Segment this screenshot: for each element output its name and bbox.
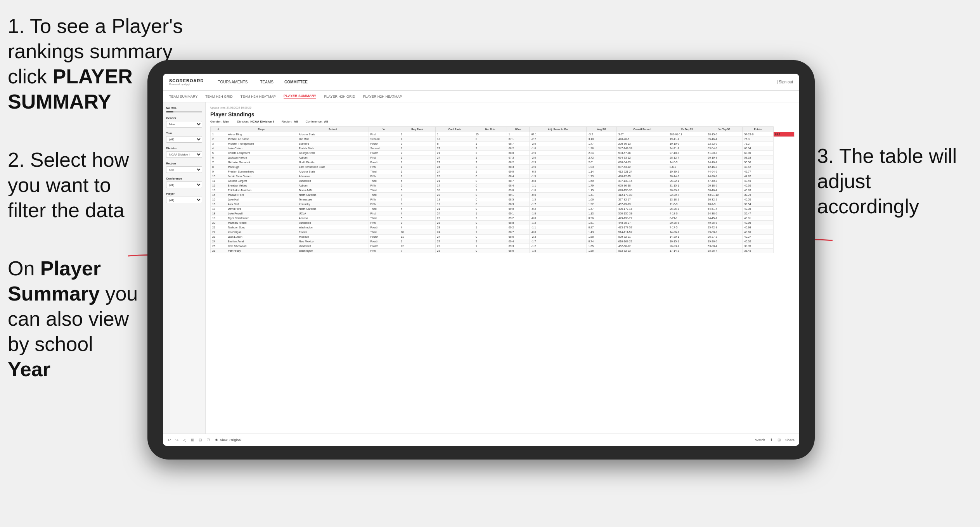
table-cell: 26-23-1: [668, 244, 706, 249]
table-cell: 412-179-38: [616, 193, 668, 197]
table-cell: Luke Claton: [226, 146, 297, 151]
table-cell: 27: [435, 146, 474, 151]
table-cell: 60.89: [743, 151, 773, 156]
division-select[interactable]: NCAA Division I: [166, 151, 202, 158]
copy-icon[interactable]: ⊞: [191, 438, 194, 442]
gender-select[interactable]: Men: [166, 121, 202, 128]
table-cell: 69.0: [507, 188, 530, 193]
table-cell: 467-29-23: [616, 202, 668, 207]
table-cell: -1.8: [530, 249, 587, 253]
clock-icon[interactable]: ⏱: [206, 438, 210, 442]
table-cell: 50-18-6: [706, 183, 743, 188]
table-row: 12Brendan ValdesAuburnFifth517068.4-1.11…: [211, 183, 795, 188]
table-cell: 18: [211, 211, 226, 216]
table-cell: 63-54-6: [706, 146, 743, 151]
table-cell: 38.45: [743, 249, 773, 253]
export-icon[interactable]: ⬆: [770, 438, 773, 442]
table-title: Player Standings: [210, 111, 795, 117]
table-cell: 28-12-7: [668, 156, 706, 160]
table-cell: 4: [211, 146, 226, 151]
table-cell: 23: [435, 244, 474, 249]
table-cell: -0.8: [530, 179, 587, 183]
grid-icon[interactable]: ⊞: [777, 438, 781, 442]
conference-label: Conference: [166, 177, 202, 180]
table-cell: 54-51-4: [706, 207, 743, 211]
table-cell: 68.5: [507, 197, 530, 202]
col-no-rds: No. Rds.: [474, 127, 507, 132]
table-cell: -0.5: [530, 169, 587, 174]
year-section: Year (All): [166, 131, 202, 143]
table-cell: Jack Lundin: [226, 235, 297, 239]
table-cell: 0: [474, 207, 507, 211]
table-cell: 27: [435, 239, 474, 244]
filter-division: Division: NCAA Division I: [237, 120, 274, 123]
table-cell: 68.2: [507, 146, 530, 151]
watch-btn[interactable]: Watch: [755, 438, 765, 442]
table-cell: 20: [211, 221, 226, 225]
table-cell: 24-38-0: [706, 211, 743, 216]
table-cell: 69.0: [507, 169, 530, 174]
table-cell: Jake Hall: [226, 197, 297, 202]
sign-out-link[interactable]: Sign out: [779, 80, 793, 84]
table-cell: 440-26-6: [616, 137, 668, 142]
table-row: 5Christo LamprechtGeorgia TechFourth2212…: [211, 151, 795, 156]
table-cell: 11: [399, 235, 435, 239]
sub-nav-team-summary[interactable]: TEAM SUMMARY: [169, 95, 197, 98]
sub-nav-player-h2h-grid[interactable]: PLAYER H2H GRID: [324, 95, 355, 98]
table-cell: Maxwell Ford: [226, 193, 297, 197]
table-cell: 452-66-12: [616, 244, 668, 249]
col-school: School: [297, 127, 369, 132]
table-cell: 9: [211, 169, 226, 174]
no-rds-slider[interactable]: [166, 111, 202, 112]
table-cell: 68.6: [507, 235, 530, 239]
table-cell: 2.01: [587, 160, 616, 165]
share-btn[interactable]: Share: [785, 438, 795, 442]
table-cell: 24: [211, 239, 226, 244]
redo-icon[interactable]: ↪: [175, 438, 178, 442]
conference-select[interactable]: (All): [166, 181, 202, 188]
sub-nav-player-h2h-heatmap[interactable]: PLAYER H2H HEATMAP: [363, 95, 402, 98]
table-cell: 0: [474, 179, 507, 183]
toolbar-view[interactable]: 👁 View: Original: [215, 438, 241, 442]
table-cell: 605-96-38: [616, 183, 668, 188]
table-cell: -1.8: [530, 211, 587, 216]
table-cell: 69.1: [507, 211, 530, 216]
table-cell: 473-177-57: [616, 225, 668, 230]
tablet-screen: SCOREBOARD Powered by dippi TOURNAMENTS …: [163, 74, 799, 446]
table-cell: Fifth: [369, 165, 399, 169]
undo-icon[interactable]: ↩: [168, 438, 171, 442]
back-icon[interactable]: ◁: [183, 438, 186, 442]
table-cell: 31-15-1: [668, 183, 706, 188]
table-cell: 26-27-2: [706, 235, 743, 239]
year-select[interactable]: (All): [166, 136, 202, 143]
table-cell: Phichaksn Maichon: [226, 188, 297, 193]
table-cell: Wenyi Ding: [226, 132, 297, 137]
table-cell: First: [369, 156, 399, 160]
sub-nav-team-h2h-grid[interactable]: TEAM H2H GRID: [205, 95, 233, 98]
player-select[interactable]: (All): [166, 197, 202, 203]
table-cell: 67.1: [507, 137, 530, 142]
sub-nav-team-h2h-heatmap[interactable]: TEAM H2H HEATMAP: [241, 95, 276, 98]
table-cell: 480-72-25: [616, 174, 668, 179]
table-cell: 68.4: [507, 183, 530, 188]
sub-nav-player-summary[interactable]: PLAYER SUMMARY: [284, 94, 316, 99]
region-select[interactable]: N/A: [166, 166, 202, 173]
table-cell: 69.2: [507, 216, 530, 221]
table-cell: Auburn: [297, 156, 369, 160]
nav-teams[interactable]: TEAMS: [259, 79, 275, 85]
nav-committee[interactable]: COMMITTEE: [284, 80, 308, 84]
table-cell: 40.27: [743, 235, 773, 239]
table-cell: Florida: [297, 230, 369, 235]
instruction-step2-line2: filter the data: [8, 199, 125, 221]
table-cell: 69.4: [507, 239, 530, 244]
logo-area: SCOREBOARD Powered by dippi: [169, 78, 204, 86]
table-cell: 1: [399, 169, 435, 174]
nav-tournaments[interactable]: TOURNAMENTS: [216, 79, 249, 85]
table-cell: 1.15: [587, 188, 616, 193]
no-rds-track: [166, 111, 173, 112]
table-cell: 1: [474, 156, 507, 160]
paste-icon[interactable]: ⊟: [199, 438, 202, 442]
table-cell: 17-14-2: [668, 249, 706, 253]
col-rank: #: [211, 127, 226, 132]
table-cell: 58.18: [743, 156, 773, 160]
